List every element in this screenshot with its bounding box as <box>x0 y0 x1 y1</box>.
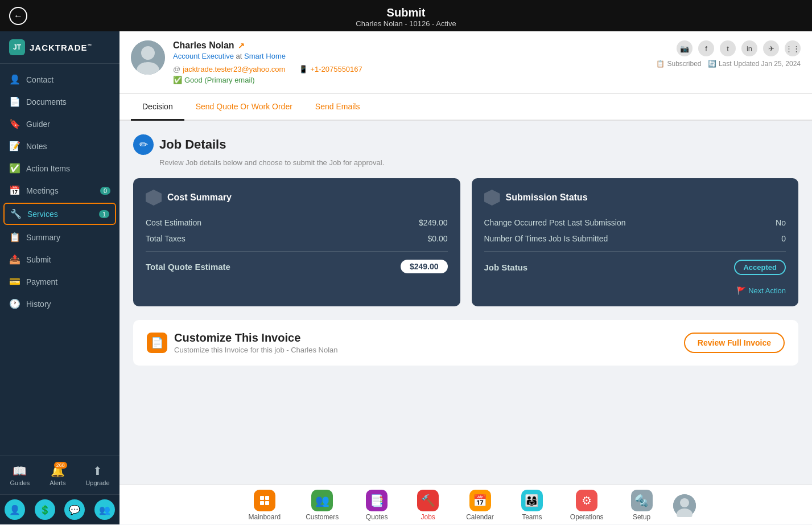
sidebar-item-summary[interactable]: 📋 Summary <box>0 226 119 248</box>
contact-phone[interactable]: 📱 +1-2075550167 <box>299 65 362 73</box>
top-bar: ← Submit Charles Nolan - 10126 - Active <box>0 0 812 31</box>
times-submitted-row: Number Of Times Job Is Submitted 0 <box>484 231 786 247</box>
svg-rect-5 <box>260 501 264 505</box>
avatar <box>131 40 165 75</box>
guides-icon: 📖 <box>13 464 27 478</box>
logo-text: JACKTRADE™ <box>30 43 93 52</box>
subscribed-info: 📋 Subscribed 🔄 Last Updated Jan 25, 2024 <box>656 60 801 68</box>
bottom-nav-mainboard[interactable]: Mainboard <box>236 486 293 524</box>
social-links: 📷 f t in ✈ ⋮⋮ <box>677 40 801 56</box>
next-action-button[interactable]: 🚩 Next Action <box>737 286 786 295</box>
setup-icon: 🔩 <box>631 490 653 511</box>
meetings-icon: 📅 <box>9 185 20 196</box>
guides-button[interactable]: 📖 Guides <box>5 462 34 489</box>
job-details-desc: Review Job details below and choose to s… <box>159 158 798 167</box>
total-quote-badge: $249.00 <box>401 260 448 273</box>
twitter-icon[interactable]: t <box>720 40 736 56</box>
submission-hex-icon <box>484 190 500 206</box>
grid-icon[interactable]: ⋮⋮ <box>785 40 801 56</box>
services-icon: 🔧 <box>10 208 22 219</box>
contact-icon: 👤 <box>9 74 20 85</box>
guider-icon: 🔖 <box>9 118 20 129</box>
tab-emails[interactable]: Send Emails <box>304 94 372 121</box>
sidebar-item-notes[interactable]: 📝 Notes <box>0 135 119 157</box>
facebook-icon[interactable]: f <box>698 40 714 56</box>
quotes-icon: 📑 <box>366 490 388 511</box>
svg-rect-3 <box>260 496 264 500</box>
bottom-icon-person[interactable]: 👤 <box>5 499 25 520</box>
bottom-icon-group[interactable]: 👥 <box>94 499 115 520</box>
change-occurred-row: Change Occurred Post Last Submission No <box>484 215 786 231</box>
meetings-badge: 0 <box>100 187 110 195</box>
bottom-nav-operations[interactable]: ⚙ Operations <box>558 486 616 524</box>
calendar-icon: 📅 <box>469 490 491 511</box>
customers-icon: 👥 <box>311 490 333 511</box>
action-items-icon: ✅ <box>9 163 20 174</box>
bottom-nav-customers[interactable]: 👥 Customers <box>293 486 351 524</box>
tabs-bar: Decision Send Quote Or Work Order Send E… <box>119 94 812 121</box>
profile-avatar[interactable] <box>673 494 696 517</box>
contact-email[interactable]: @ jacktrade.tester23@yahoo.com <box>173 65 285 73</box>
bottom-nav-jobs[interactable]: 🔨 Jobs <box>402 486 454 524</box>
linkedin-icon[interactable]: in <box>741 40 757 56</box>
cost-hex-icon <box>146 190 162 206</box>
main-content: Charles Nolan ↗ Account Executive at Sma… <box>119 31 812 524</box>
contact-role: Account Executive at Smart Home <box>173 52 648 60</box>
contact-status: ✅ Good (Primary email) <box>173 76 648 84</box>
sidebar-item-meetings[interactable]: 📅 Meetings 0 <box>0 179 119 202</box>
bottom-nav: Mainboard 👥 Customers 📑 Quotes 🔨 Jobs 📅 … <box>119 485 812 524</box>
services-badge: 1 <box>99 210 109 218</box>
page-title: Submit <box>0 6 812 19</box>
sidebar-item-contact[interactable]: 👤 Contact <box>0 68 119 91</box>
bottom-nav-calendar[interactable]: 📅 Calendar <box>454 486 506 524</box>
telegram-icon[interactable]: ✈ <box>763 40 779 56</box>
back-button[interactable]: ← <box>9 7 27 25</box>
job-details-title: Job Details <box>159 137 226 152</box>
sidebar-item-guider[interactable]: 🔖 Guider <box>0 113 119 135</box>
bottom-icon-chat[interactable]: 💬 <box>64 499 85 520</box>
svg-point-8 <box>680 498 689 507</box>
main-scroll[interactable]: ✏ Job Details Review Job details below a… <box>119 121 812 485</box>
contact-edit-icon[interactable]: ↗ <box>238 41 245 50</box>
contact-card: Charles Nolan ↗ Account Executive at Sma… <box>119 31 812 94</box>
sidebar-item-history[interactable]: 🕐 History <box>0 293 119 315</box>
contact-links: @ jacktrade.tester23@yahoo.com 📱 +1-2075… <box>173 65 648 73</box>
documents-icon: 📄 <box>9 96 20 107</box>
page-subtitle: Charles Nolan - 10126 - Active <box>0 19 812 28</box>
instagram-icon[interactable]: 📷 <box>677 40 693 56</box>
summary-icon: 📋 <box>9 232 20 243</box>
bottom-nav-setup[interactable]: 🔩 Setup <box>616 486 667 524</box>
upgrade-button[interactable]: ⬆ Upgrade <box>81 462 114 489</box>
job-details-icon: ✏ <box>133 134 154 155</box>
sidebar-item-services[interactable]: 🔧 Services 1 <box>3 203 116 225</box>
sidebar-item-action-items[interactable]: ✅ Action Items <box>0 157 119 179</box>
submission-status-card: Submission Status Change Occurred Post L… <box>472 178 799 306</box>
invoice-header: 📄 Customize This Invoice Customize this … <box>147 331 338 354</box>
cost-estimation-row: Cost Estimation $249.00 <box>146 215 448 231</box>
tab-quote[interactable]: Send Quote Or Work Order <box>184 94 304 121</box>
sidebar-bottom: 📖 Guides 🔔 268 Alerts ⬆ Upgrade <box>0 456 119 494</box>
sidebar-item-submit[interactable]: 📤 Submit <box>0 248 119 270</box>
contact-info: Charles Nolan ↗ Account Executive at Sma… <box>173 40 648 84</box>
alerts-button[interactable]: 🔔 268 Alerts <box>45 462 70 489</box>
sidebar-nav: 👤 Contact 📄 Documents 🔖 Guider 📝 Notes ✅… <box>0 64 119 456</box>
svg-rect-4 <box>265 496 269 500</box>
teams-icon: 👨‍👩‍👧 <box>521 490 543 511</box>
bottom-nav-teams[interactable]: 👨‍👩‍👧 Teams <box>506 486 558 524</box>
logo-icon: JT <box>9 39 25 55</box>
contact-name: Charles Nolan ↗ <box>173 40 648 51</box>
review-invoice-button[interactable]: Review Full Invoice <box>684 333 785 353</box>
cost-summary-card: Cost Summary Cost Estimation $249.00 Tot… <box>133 178 460 306</box>
bottom-nav-quotes[interactable]: 📑 Quotes <box>351 486 402 524</box>
cost-summary-title: Cost Summary <box>167 192 232 203</box>
cards-row: Cost Summary Cost Estimation $249.00 Tot… <box>133 178 798 306</box>
sidebar-item-payment[interactable]: 💳 Payment <box>0 270 119 293</box>
invoice-title: Customize This Invoice <box>174 331 338 344</box>
cost-summary-header: Cost Summary <box>146 190 448 206</box>
bottom-icon-dollar[interactable]: 💲 <box>35 499 55 520</box>
job-details-header: ✏ Job Details <box>133 134 798 155</box>
upgrade-icon: ⬆ <box>93 464 102 478</box>
tab-decision[interactable]: Decision <box>131 94 184 121</box>
sidebar-item-documents[interactable]: 📄 Documents <box>0 91 119 113</box>
submission-status-header: Submission Status <box>484 190 786 206</box>
